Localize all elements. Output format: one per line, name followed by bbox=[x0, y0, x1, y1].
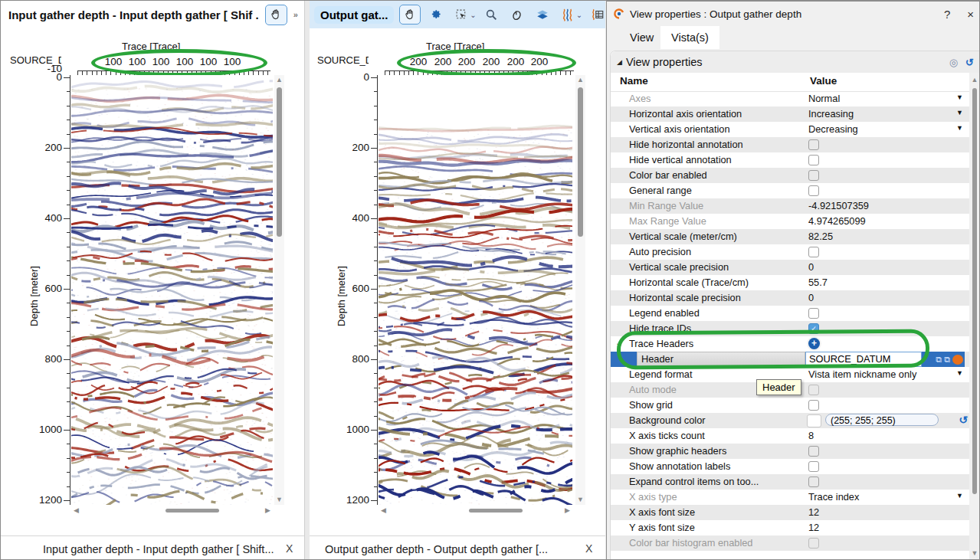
input-bottom-tab[interactable]: Input gather depth - Input depth gather … bbox=[1, 535, 304, 560]
checkbox-unchecked[interactable] bbox=[808, 461, 819, 472]
property-value[interactable]: Decreasing bbox=[808, 123, 858, 135]
scroll-up-arrow-icon[interactable]: ▲ bbox=[575, 75, 585, 85]
target-icon[interactable]: ◎ bbox=[949, 57, 958, 68]
property-row-x-axis-ticks-count[interactable]: X axis ticks count8 bbox=[611, 428, 969, 444]
property-value[interactable]: Vista item nickname only bbox=[808, 368, 916, 380]
checkbox-unchecked[interactable] bbox=[808, 308, 819, 319]
property-value[interactable]: 82.25 bbox=[808, 231, 833, 242]
vertical-scroll-thumb[interactable] bbox=[578, 87, 583, 237]
property-row-vertical-axis-orientation[interactable]: Vertical axis orientationDecreasing▼ bbox=[611, 122, 969, 137]
property-value[interactable]: 55.7 bbox=[808, 277, 828, 288]
scroll-down-arrow-icon[interactable]: ▼ bbox=[274, 495, 284, 505]
select-mode-dropdown-chevron[interactable]: ⌄ bbox=[470, 11, 476, 19]
close-window-icon[interactable]: × bbox=[967, 8, 974, 21]
property-row-show-grid[interactable]: Show grid bbox=[611, 398, 969, 413]
horizontal-scroll-thumb[interactable] bbox=[469, 509, 523, 513]
output-seismic-image[interactable] bbox=[379, 75, 572, 505]
layers-button[interactable] bbox=[533, 5, 552, 24]
input-seismic-image[interactable] bbox=[71, 75, 273, 505]
property-row-min-range-value[interactable]: Min Range Value-4.921507359 bbox=[611, 198, 969, 214]
output-horizontal-scrollbar[interactable]: ◀ ▶ bbox=[379, 506, 572, 516]
property-row-auto-precision[interactable]: Auto precision bbox=[611, 244, 969, 260]
help-button[interactable]: ? bbox=[944, 8, 950, 21]
property-value[interactable]: -4.921507359 bbox=[808, 200, 869, 211]
property-value[interactable]: Trace index bbox=[808, 491, 859, 503]
orange-action-icon[interactable] bbox=[952, 355, 963, 365]
pan-hand-button[interactable] bbox=[399, 5, 421, 25]
property-row-legend-enabled[interactable]: Legend enabled bbox=[611, 306, 969, 321]
property-row-background-color[interactable]: Background color(255; 255; 255)↺ bbox=[611, 413, 969, 428]
color-value-pill[interactable]: (255; 255; 255) bbox=[825, 414, 939, 426]
property-value[interactable]: 12 bbox=[808, 522, 819, 533]
checkbox-unchecked[interactable] bbox=[808, 400, 819, 411]
checkbox-unchecked[interactable] bbox=[808, 155, 819, 165]
pan-hand-button[interactable] bbox=[265, 5, 287, 25]
property-row-horizontal-scale-trace-cm[interactable]: Horizontal scale (Trace/cm)55.7 bbox=[611, 275, 969, 290]
property-row-y-axis-font-size[interactable]: Y axis font size12 bbox=[611, 520, 969, 535]
properties-scrollbar[interactable]: ▲ ▼ bbox=[969, 73, 980, 560]
tab-vistas[interactable]: Vista(s) bbox=[660, 26, 719, 49]
output-vertical-scrollbar[interactable]: ▲ ▼ bbox=[575, 75, 585, 505]
collapse-triangle-icon[interactable]: ◢ bbox=[617, 58, 622, 66]
tab-view[interactable]: View bbox=[619, 26, 664, 49]
property-value[interactable]: 0 bbox=[808, 292, 814, 303]
checkbox-unchecked[interactable] bbox=[808, 170, 819, 181]
input-tab-label[interactable]: Input gather depth - Input depth gather … bbox=[43, 543, 274, 555]
checkbox-unchecked[interactable] bbox=[808, 247, 819, 257]
scroll-down-arrow-icon[interactable]: ▼ bbox=[969, 548, 980, 558]
checkbox-unchecked[interactable] bbox=[808, 139, 819, 150]
column-name[interactable]: Name bbox=[620, 75, 648, 87]
wiggle-dropdown-chevron[interactable]: ⌄ bbox=[576, 11, 582, 19]
property-row-horizontal-scale-precision[interactable]: Horizontal scale precision0 bbox=[611, 290, 969, 306]
dropdown-arrow-icon[interactable]: ▼ bbox=[956, 93, 963, 101]
property-row-hide-horizontal-annotation[interactable]: Hide horizontal annotation bbox=[611, 137, 969, 152]
column-value[interactable]: Value bbox=[810, 75, 837, 87]
property-value[interactable]: 0 bbox=[808, 261, 814, 273]
property-row-show-annotation-labels[interactable]: Show annotation labels bbox=[611, 459, 969, 474]
checkbox-unchecked[interactable] bbox=[808, 538, 819, 549]
color-swatch[interactable] bbox=[807, 414, 821, 427]
property-row-color-bar-histogram-enabled[interactable]: Color bar histogram enabled bbox=[611, 535, 969, 551]
property-row-general-range[interactable]: General range bbox=[611, 183, 969, 198]
checkbox-unchecked[interactable] bbox=[808, 476, 819, 487]
input-tab-close-icon[interactable]: X bbox=[286, 542, 293, 555]
scroll-right-arrow-icon[interactable]: ▶ bbox=[263, 506, 273, 516]
scroll-up-arrow-icon[interactable]: ▲ bbox=[274, 75, 284, 85]
reset-undo-icon[interactable]: ↺ bbox=[965, 57, 974, 68]
property-row-max-range-value[interactable]: Max Range Value4.974265099 bbox=[611, 214, 969, 229]
output-tab-label[interactable]: Output gather depth - Output depth gathe… bbox=[325, 543, 548, 555]
property-value[interactable]: Normal bbox=[808, 93, 840, 104]
property-row-expand-control-items-on-too[interactable]: Expand control items on too... bbox=[611, 474, 969, 490]
output-bottom-tab[interactable]: Output gather depth - Output depth gathe… bbox=[310, 535, 605, 560]
property-row-hide-vertical-annotation[interactable]: Hide vertical annotation bbox=[611, 152, 969, 168]
scroll-right-arrow-icon[interactable]: ▶ bbox=[562, 506, 572, 516]
dropdown-arrow-icon[interactable]: ▼ bbox=[956, 109, 963, 116]
property-row-x-axis-font-size[interactable]: X axis font size12 bbox=[611, 505, 969, 520]
properties-scroll-thumb[interactable] bbox=[972, 88, 977, 494]
section-header[interactable]: ◢ View properties ◎ ↺ bbox=[611, 51, 980, 73]
select-mode-button[interactable] bbox=[451, 5, 471, 24]
scroll-left-arrow-icon[interactable]: ◀ bbox=[379, 506, 388, 516]
wiggle-display-button[interactable] bbox=[558, 5, 578, 24]
reset-color-icon[interactable]: ↺ bbox=[959, 414, 968, 426]
pick-header-icon[interactable]: ⧉ bbox=[936, 355, 942, 365]
property-row-vertical-scale-precision[interactable]: Vertical scale precision0 bbox=[611, 260, 969, 275]
input-horizontal-scrollbar[interactable]: ◀ ▶ bbox=[71, 506, 273, 516]
input-vertical-scrollbar[interactable]: ▲ ▼ bbox=[274, 75, 284, 505]
zoom-magnifier-button[interactable] bbox=[482, 5, 502, 24]
browse-header-icon[interactable]: ⧉ bbox=[944, 355, 950, 365]
header-table-button[interactable] bbox=[588, 5, 608, 24]
property-row-vertical-scale-meter-cm[interactable]: Vertical scale (meter/cm)82.25 bbox=[611, 229, 969, 244]
dropdown-arrow-icon[interactable]: ▼ bbox=[956, 369, 963, 377]
property-value[interactable]: Increasing bbox=[808, 108, 854, 120]
property-value[interactable]: 8 bbox=[808, 430, 814, 441]
property-row-show-graphic-headers[interactable]: Show graphic headers bbox=[611, 444, 969, 459]
horizontal-scroll-thumb[interactable] bbox=[166, 509, 219, 513]
property-row-axes[interactable]: AxesNormal▼ bbox=[611, 91, 969, 106]
settings-gear-button[interactable] bbox=[426, 5, 446, 24]
scroll-up-arrow-icon[interactable]: ▲ bbox=[969, 74, 980, 85]
property-row-x-axis-type[interactable]: X axis typeTrace index▼ bbox=[611, 490, 969, 505]
property-row-horizontal-axis-orientation[interactable]: Horizontal axis orientationIncreasing▼ bbox=[611, 106, 969, 122]
property-value[interactable]: 4.974265099 bbox=[808, 215, 866, 227]
property-value[interactable]: 12 bbox=[808, 506, 819, 518]
